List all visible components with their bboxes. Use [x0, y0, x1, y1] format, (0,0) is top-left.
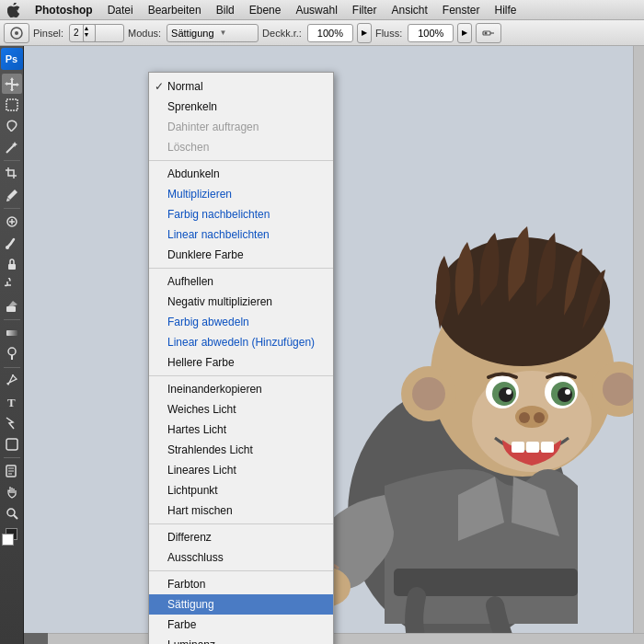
fluss-input[interactable]: 100% — [408, 24, 454, 42]
move-tool-btn[interactable] — [2, 74, 22, 94]
dd-item-dunklere-farbe[interactable]: Dunklere Farbe — [149, 245, 333, 265]
tool-separator-1 — [4, 160, 20, 161]
svg-rect-12 — [6, 306, 16, 312]
dd-item-negativ[interactable]: Negativ multiplizieren — [149, 292, 333, 312]
pen-tool-btn[interactable] — [2, 371, 22, 391]
svg-point-33 — [499, 387, 513, 402]
svg-rect-11 — [8, 264, 16, 270]
type-tool-btn[interactable]: T — [2, 392, 22, 412]
horizontal-scrollbar[interactable] — [48, 633, 644, 644]
tool-separator-4 — [4, 367, 20, 368]
dd-item-lineares-licht[interactable]: Lineares Licht — [149, 460, 333, 480]
path-select-tool-btn[interactable] — [2, 413, 22, 433]
menu-photoshop[interactable]: Photoshop — [28, 0, 100, 20]
crop-tool-btn[interactable] — [2, 164, 22, 184]
history-tool-btn[interactable] — [2, 275, 22, 295]
dd-item-strahlendes-licht[interactable]: Strahlendes Licht — [149, 440, 333, 460]
notes-tool-btn[interactable] — [2, 461, 22, 481]
svg-rect-42 — [541, 442, 554, 453]
menu-ebene[interactable]: Ebene — [242, 0, 289, 20]
deckraft-arrow-btn[interactable]: ▶ — [357, 23, 372, 43]
svg-line-24 — [14, 515, 17, 519]
tool-separator-3 — [4, 319, 20, 320]
stamp-tool-btn[interactable] — [2, 254, 22, 274]
svg-rect-18 — [6, 439, 17, 450]
dd-item-differenz[interactable]: Differenz — [149, 527, 333, 547]
brush-options-btn[interactable] — [4, 23, 29, 43]
dd-item-lichtpunkt[interactable]: Lichtpunkt — [149, 480, 333, 500]
dd-separator-3 — [149, 375, 333, 376]
dd-item-normal[interactable]: Normal — [149, 76, 333, 97]
dd-item-farbig-nachbelichten[interactable]: Farbig nachbelichten — [149, 204, 333, 224]
hand-tool-btn[interactable] — [2, 482, 22, 502]
airbrush-btn[interactable] — [476, 23, 501, 43]
dd-item-weiches-licht[interactable]: Weiches Licht — [149, 399, 333, 420]
tool-separator-2 — [4, 208, 20, 209]
menu-bild[interactable]: Bild — [209, 0, 242, 20]
dd-item-farbton[interactable]: Farbton — [149, 574, 333, 594]
dd-item-linear-nachbelichten[interactable]: Linear nachbelichten — [149, 224, 333, 245]
workspace: Ps — [0, 46, 644, 644]
dd-item-aufhellen[interactable]: Aufhellen — [149, 271, 333, 292]
menubar: Photoshop Datei Bearbeiten Bild Ebene Au… — [0, 0, 644, 20]
vertical-scrollbar[interactable] — [633, 46, 644, 633]
color-swatches[interactable] — [2, 528, 22, 548]
dd-separator-5 — [149, 570, 333, 571]
dd-item-ausschluss[interactable]: Ausschluss — [149, 547, 333, 568]
menu-ansicht[interactable]: Ansicht — [384, 0, 434, 20]
dd-item-multiplizieren[interactable]: Multiplizieren — [149, 184, 333, 204]
gradient-tool-btn[interactable] — [2, 323, 22, 343]
deckraft-input[interactable]: 100% — [307, 24, 353, 42]
dd-item-hellere-farbe[interactable]: Hellere Farbe — [149, 352, 333, 373]
menu-fenster[interactable]: Fenster — [435, 0, 488, 20]
dodge-tool-btn[interactable] — [2, 344, 22, 364]
apple-menu[interactable] — [0, 0, 28, 20]
dd-item-ineinander[interactable]: Ineinanderkopieren — [149, 379, 333, 399]
shape-tool-btn[interactable] — [2, 434, 22, 454]
lasso-tool-btn[interactable] — [2, 116, 22, 136]
svg-point-39 — [534, 412, 545, 423]
svg-point-38 — [519, 412, 530, 423]
svg-point-46 — [603, 373, 636, 406]
svg-point-16 — [12, 374, 14, 376]
fluss-arrow-btn[interactable]: ▶ — [457, 23, 472, 43]
svg-point-44 — [412, 377, 445, 410]
menu-auswahl[interactable]: Auswahl — [288, 0, 344, 20]
svg-point-4 — [485, 31, 488, 34]
dd-item-farbig-abwedeln[interactable]: Farbig abwedeln — [149, 312, 333, 332]
eraser-tool-btn[interactable] — [2, 296, 22, 316]
svg-rect-13 — [6, 330, 17, 336]
menu-filter[interactable]: Filter — [345, 0, 385, 20]
dd-item-hart-mischen[interactable]: Hart mischen — [149, 500, 333, 521]
dd-item-sattigung[interactable]: Sättigung — [149, 594, 333, 615]
zoom-tool-btn[interactable] — [2, 503, 22, 523]
marquee-tool-btn[interactable] — [2, 95, 22, 115]
brush-size-select[interactable]: 2 ▲ ▼ — [69, 24, 124, 42]
dd-item-loschen[interactable]: Löschen — [149, 137, 333, 157]
canvas-area: Normal Sprenkeln Dahinter auftragen Lösc… — [24, 46, 644, 644]
tool-separator-5 — [4, 457, 20, 458]
toolbar: Ps — [0, 46, 24, 644]
pinsel-label: Pinsel: — [33, 28, 63, 39]
dd-item-linear-abwedeln[interactable]: Linear abwedeln (Hinzufügen) — [149, 332, 333, 352]
healing-tool-btn[interactable] — [2, 212, 22, 232]
dd-item-sprenkeln[interactable]: Sprenkeln — [149, 97, 333, 117]
svg-point-10 — [6, 246, 9, 249]
dd-item-farbe[interactable]: Farbe — [149, 615, 333, 635]
dd-separator-4 — [149, 523, 333, 524]
mode-dropdown: Normal Sprenkeln Dahinter auftragen Lösc… — [148, 72, 334, 644]
magic-wand-tool-btn[interactable] — [2, 137, 22, 157]
menu-bearbeiten[interactable]: Bearbeiten — [141, 0, 209, 20]
dd-item-dahinter[interactable]: Dahinter auftragen — [149, 117, 333, 137]
mode-value: Sättigung — [171, 28, 213, 39]
eyedropper-tool-btn[interactable] — [2, 185, 22, 205]
dd-item-abdunkeln[interactable]: Abdunkeln — [149, 164, 333, 184]
dd-item-luminanz[interactable]: Luminanz — [149, 635, 333, 644]
dd-item-hartes-licht[interactable]: Hartes Licht — [149, 420, 333, 440]
brush-tool-btn[interactable] — [2, 233, 22, 253]
svg-point-36 — [565, 389, 570, 395]
mode-select[interactable]: Sättigung ▼ — [167, 24, 259, 42]
svg-point-35 — [506, 389, 512, 395]
menu-datei[interactable]: Datei — [100, 0, 141, 20]
menu-hilfe[interactable]: Hilfe — [488, 0, 524, 20]
